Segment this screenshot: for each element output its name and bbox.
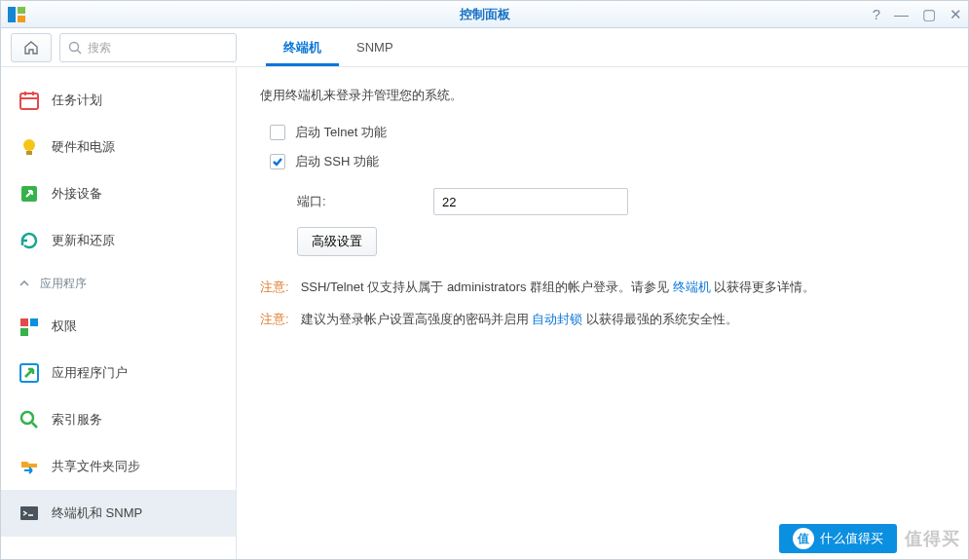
- app-icon: [7, 5, 26, 24]
- tabs: 终端机 SNMP: [266, 28, 411, 66]
- privileges-icon: [19, 316, 40, 337]
- telnet-checkbox[interactable]: [270, 125, 285, 140]
- sidebar-group-label: 应用程序: [40, 276, 87, 292]
- svg-rect-10: [26, 151, 32, 155]
- body: 任务计划 硬件和电源 外接设备 更新和还原 应用程序 权限 应用程序门户 索引: [1, 67, 968, 559]
- sidebar-item-update-restore[interactable]: 更新和还原: [1, 217, 236, 264]
- sidebar-item-label: 索引服务: [52, 411, 102, 429]
- note-2: 注意:建议为登录帐户设置高强度的密码并启用 自动封锁 以获得最强的系统安全性。: [260, 310, 945, 330]
- watermark-pill: 值 什么值得买: [779, 524, 897, 553]
- auto-block-link[interactable]: 自动封锁: [532, 312, 582, 326]
- sidebar-item-label: 任务计划: [52, 92, 102, 109]
- note-label: 注意:: [260, 312, 289, 326]
- watermark-text-2: 值得买: [905, 527, 960, 550]
- note-1: 注意:SSH/Telnet 仅支持从属于 administrators 群组的帐…: [260, 278, 945, 298]
- svg-point-9: [23, 139, 35, 151]
- watermark-text: 什么值得买: [820, 530, 883, 547]
- calendar-icon: [19, 90, 40, 111]
- svg-rect-1: [18, 7, 25, 14]
- magnify-icon: [19, 409, 40, 430]
- window-title: 控制面板: [460, 6, 510, 23]
- ssh-label: 启动 SSH 功能: [295, 153, 379, 170]
- refresh-icon: [19, 230, 40, 251]
- svg-point-3: [70, 43, 79, 52]
- sidebar-item-shared-folder-sync[interactable]: 共享文件夹同步: [1, 443, 236, 490]
- sidebar-item-label: 终端机和 SNMP: [52, 504, 142, 522]
- sidebar-item-terminal-snmp[interactable]: 终端机和 SNMP: [1, 490, 236, 537]
- sidebar-item-task-scheduler[interactable]: 任务计划: [1, 77, 236, 124]
- sidebar-group-applications[interactable]: 应用程序: [1, 264, 236, 303]
- toolbar-row: 终端机 SNMP: [1, 28, 968, 67]
- portal-icon: [19, 362, 40, 384]
- svg-line-4: [78, 51, 82, 55]
- note-text: 以获得最强的系统安全性。: [582, 312, 738, 326]
- telnet-label: 启动 Telnet 功能: [295, 124, 387, 141]
- svg-rect-12: [20, 318, 28, 326]
- minimize-button[interactable]: —: [894, 7, 909, 21]
- svg-rect-14: [20, 328, 28, 336]
- sidebar-item-external-devices[interactable]: 外接设备: [1, 170, 236, 217]
- note-label: 注意:: [260, 280, 289, 294]
- svg-point-16: [21, 412, 33, 424]
- svg-rect-5: [20, 93, 38, 109]
- close-button[interactable]: ✕: [950, 7, 962, 21]
- search-icon: [68, 41, 82, 55]
- port-input[interactable]: [433, 188, 628, 215]
- watermark: 值 什么值得买 值得买: [779, 524, 960, 553]
- sidebar-item-privileges[interactable]: 权限: [1, 303, 236, 350]
- svg-rect-13: [30, 318, 38, 326]
- sidebar-item-label: 共享文件夹同步: [52, 458, 140, 475]
- home-icon: [23, 40, 39, 56]
- sidebar-item-label: 应用程序门户: [52, 364, 128, 382]
- sidebar-item-label: 权限: [52, 317, 77, 335]
- advanced-settings-button[interactable]: 高级设置: [297, 227, 377, 256]
- tab-snmp[interactable]: SNMP: [339, 28, 411, 66]
- note-text: 建议为登录帐户设置高强度的密码并启用: [301, 312, 533, 326]
- maximize-button[interactable]: ▢: [922, 7, 936, 21]
- intro-text: 使用终端机来登录并管理您的系统。: [260, 87, 945, 104]
- terminal-help-link[interactable]: 终端机: [673, 280, 711, 294]
- telnet-option[interactable]: 启动 Telnet 功能: [270, 118, 945, 147]
- external-icon: [19, 183, 40, 205]
- sidebar-item-indexing[interactable]: 索引服务: [1, 396, 236, 443]
- search-box[interactable]: [59, 33, 237, 62]
- watermark-logo: 值: [793, 528, 814, 549]
- home-button[interactable]: [11, 33, 52, 62]
- sidebar: 任务计划 硬件和电源 外接设备 更新和还原 应用程序 权限 应用程序门户 索引: [1, 67, 237, 559]
- help-button[interactable]: ?: [873, 7, 880, 21]
- ssh-option[interactable]: 启动 SSH 功能: [270, 147, 945, 176]
- sidebar-item-hardware-power[interactable]: 硬件和电源: [1, 124, 236, 170]
- sidebar-item-label: 外接设备: [52, 185, 102, 203]
- bulb-icon: [19, 136, 40, 158]
- sidebar-item-label: 硬件和电源: [52, 138, 115, 156]
- ssh-checkbox[interactable]: [270, 154, 285, 169]
- terminal-icon: [19, 503, 40, 524]
- note-text: SSH/Telnet 仅支持从属于 administrators 群组的帐户登录…: [301, 280, 673, 294]
- svg-rect-2: [18, 16, 25, 22]
- content-pane: 使用终端机来登录并管理您的系统。 启动 Telnet 功能 启动 SSH 功能 …: [237, 67, 968, 559]
- search-input[interactable]: [88, 41, 228, 55]
- note-text: 以获得更多详情。: [711, 280, 816, 294]
- svg-rect-18: [20, 506, 38, 520]
- svg-line-17: [32, 423, 37, 428]
- svg-rect-0: [8, 7, 16, 22]
- tab-terminal[interactable]: 终端机: [266, 28, 339, 66]
- port-label: 端口:: [297, 193, 433, 210]
- sidebar-item-label: 更新和还原: [52, 232, 115, 249]
- port-row: 端口:: [297, 188, 945, 215]
- sidebar-item-app-portal[interactable]: 应用程序门户: [1, 350, 236, 396]
- sync-icon: [19, 456, 40, 477]
- chevron-up-icon: [19, 278, 30, 289]
- window-controls: ? — ▢ ✕: [873, 7, 962, 21]
- titlebar: 控制面板 ? — ▢ ✕: [1, 1, 968, 28]
